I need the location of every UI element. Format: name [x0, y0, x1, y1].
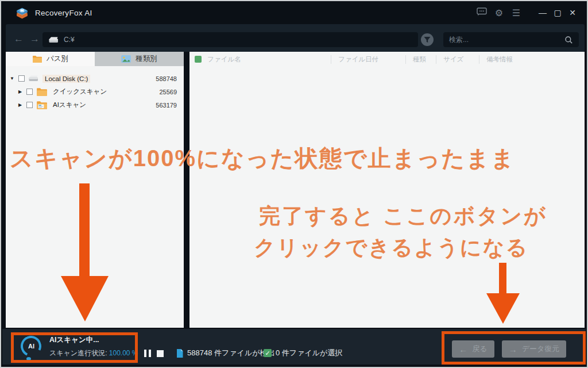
- tree-checkbox[interactable]: [18, 75, 25, 82]
- files-selected-text: 0 件ファイルが選択: [276, 348, 342, 358]
- menu-icon[interactable]: ☰: [508, 7, 525, 18]
- tab-by-type-label: 種類別: [136, 54, 157, 64]
- tree-item-count: 563179: [156, 102, 177, 109]
- files-detected-text: 588748 件ファイルが検出: [187, 348, 275, 358]
- annotation-button-line2: クリックできるようになる: [254, 233, 528, 262]
- search-icon[interactable]: [564, 36, 573, 44]
- ai-folder-icon: [36, 101, 47, 109]
- tree-row-ai-scan[interactable]: ▶ AIスキャン 563179: [6, 98, 184, 112]
- file-list-panel: ファイル名 ファイル日付 種類 サイズ 備考情報: [189, 52, 585, 328]
- highlight-box-buttons: [442, 331, 586, 365]
- drive-path-selector[interactable]: C:¥: [42, 32, 418, 47]
- file-icon: [176, 349, 183, 358]
- title-bar: RecoveryFox AI ⚙ ☰ — ▢ ✕: [2, 2, 586, 23]
- feedback-icon[interactable]: [473, 7, 490, 18]
- column-size[interactable]: サイズ: [436, 55, 479, 64]
- tab-by-path[interactable]: パス別: [6, 52, 95, 66]
- tree-checkbox[interactable]: [26, 89, 33, 95]
- tree-item-label[interactable]: クイックスキャン: [51, 87, 109, 97]
- tree-item-label[interactable]: Local Disk (C:): [42, 75, 90, 83]
- app-window: RecoveryFox AI ⚙ ☰ — ▢ ✕ ← → C:¥: [0, 0, 588, 368]
- files-selected: ✓ 0 件ファイルが選択: [264, 348, 342, 358]
- tree-panel: パス別 種類別 ▼ Local Disk (C:): [6, 52, 184, 328]
- close-button[interactable]: ✕: [565, 8, 580, 17]
- folder-icon: [32, 55, 42, 63]
- column-type[interactable]: 種類: [405, 55, 436, 64]
- expander-icon[interactable]: ▶: [17, 89, 23, 94]
- column-notes[interactable]: 備考情報: [479, 55, 513, 64]
- expander-icon[interactable]: ▶: [17, 102, 23, 108]
- tab-by-path-label: パス別: [47, 54, 68, 64]
- folder-icon: [36, 87, 47, 96]
- forward-nav-icon[interactable]: →: [30, 33, 40, 45]
- app-logo-icon: [15, 6, 29, 20]
- highlight-box-progress: [11, 332, 138, 363]
- maximize-button[interactable]: ▢: [550, 8, 565, 17]
- folder-tree: ▼ Local Disk (C:) 588748 ▶ クイックスキャン 2: [6, 66, 184, 112]
- files-detected: 588748 件ファイルが検出: [176, 348, 275, 358]
- disk-icon: [28, 74, 39, 83]
- drive-path-label: C:¥: [64, 36, 75, 44]
- tree-row-quick-scan[interactable]: ▶ クイックスキャン 25569: [6, 85, 184, 98]
- file-list-header: ファイル名 ファイル日付 種類 サイズ 備考情報: [189, 52, 585, 67]
- tree-row-local-disk[interactable]: ▼ Local Disk (C:) 588748: [6, 72, 184, 85]
- app-title: RecoveryFox AI: [35, 9, 92, 17]
- selected-checkbox-icon: ✓: [264, 349, 272, 357]
- select-all-checkbox[interactable]: [195, 56, 202, 63]
- disk-icon: [48, 36, 59, 44]
- expander-icon[interactable]: ▼: [9, 76, 15, 81]
- annotation-button-line1: 完了すると ここのボタンが: [259, 202, 547, 231]
- tree-item-count: 25569: [159, 89, 177, 95]
- search-input[interactable]: [449, 36, 564, 44]
- column-filename[interactable]: ファイル名: [207, 55, 331, 64]
- annotation-scan-stuck: スキャンが100%になった状態で止まったまま: [10, 143, 515, 174]
- stop-button[interactable]: [157, 350, 164, 357]
- pause-button[interactable]: [144, 350, 151, 357]
- back-nav-icon[interactable]: ←: [14, 33, 24, 45]
- navigation-bar: ← → C:¥: [6, 24, 585, 52]
- search-box: [443, 32, 579, 47]
- tree-checkbox[interactable]: [26, 102, 33, 108]
- image-icon: [121, 55, 131, 63]
- settings-gear-icon[interactable]: ⚙: [490, 7, 508, 18]
- tab-by-type[interactable]: 種類別: [95, 52, 184, 66]
- tree-item-count: 588748: [156, 75, 177, 82]
- tree-item-label[interactable]: AIスキャン: [51, 100, 88, 110]
- minimize-button[interactable]: —: [535, 8, 550, 17]
- column-filedate[interactable]: ファイル日付: [331, 55, 405, 64]
- filter-icon[interactable]: [420, 33, 434, 47]
